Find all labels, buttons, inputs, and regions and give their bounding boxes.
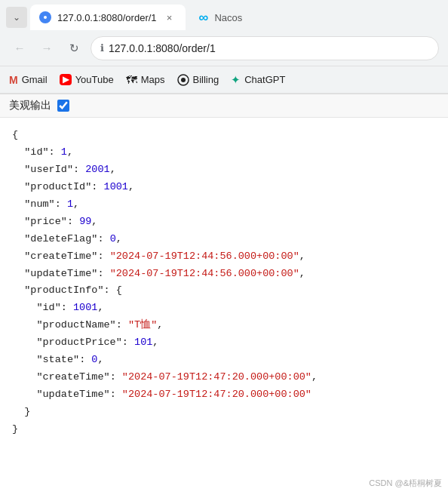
json-line: "id": 1, bbox=[12, 144, 436, 161]
json-line: "id": 1001, bbox=[12, 300, 436, 317]
chevron-down-icon: ⌄ bbox=[13, 12, 20, 23]
json-key: "userId" bbox=[24, 164, 73, 175]
json-sep: : bbox=[97, 251, 109, 262]
json-key: "num" bbox=[24, 198, 55, 210]
tab-favicon bbox=[39, 11, 51, 23]
nacos-icon: ∞ bbox=[199, 10, 209, 26]
tab-bar: ⌄ 127.0.0.1:8080/order/1 × ∞ Nacos bbox=[0, 0, 448, 30]
json-line: "state": 0, bbox=[12, 352, 436, 369]
json-value-number: 1 bbox=[61, 146, 67, 158]
browser-chrome: ⌄ 127.0.0.1:8080/order/1 × ∞ Nacos ← → ↻… bbox=[0, 0, 448, 94]
bookmark-youtube-label: YouTube bbox=[75, 74, 114, 85]
json-line: "createTime": "2024-07-19T12:44:56.000+0… bbox=[12, 248, 436, 266]
bookmark-maps[interactable]: 🗺 Maps bbox=[126, 73, 165, 86]
json-value-string: "2024-07-19T12:44:56.000+00:00" bbox=[110, 268, 299, 279]
json-comma: , bbox=[91, 216, 97, 227]
svg-point-1 bbox=[44, 16, 47, 19]
json-comma: , bbox=[157, 319, 163, 331]
beauty-output-checkbox[interactable] bbox=[57, 100, 69, 112]
json-sep: : bbox=[122, 337, 134, 348]
json-key: "productInfo" bbox=[24, 284, 103, 296]
json-comma: , bbox=[128, 181, 134, 192]
json-line: "deleteFlag": 0, bbox=[12, 231, 436, 248]
json-key: "productName" bbox=[36, 319, 115, 331]
json-comma: , bbox=[97, 302, 103, 313]
content-area: 美观输出 { "id": 1, "userId": 2001, "product… bbox=[0, 94, 448, 447]
json-display: { "id": 1, "userId": 2001, "productId": … bbox=[0, 118, 448, 447]
json-sep: : bbox=[104, 284, 116, 296]
json-sep: : bbox=[55, 198, 67, 210]
json-comma: , bbox=[299, 251, 305, 262]
beauty-output-label: 美观输出 bbox=[9, 99, 51, 112]
json-comma: , bbox=[67, 146, 73, 158]
gmail-icon: M bbox=[9, 74, 18, 86]
json-key: "id" bbox=[36, 302, 60, 313]
json-key: "createTime" bbox=[24, 251, 97, 262]
bookmark-billing[interactable]: Billing bbox=[177, 74, 219, 86]
json-line: "updateTime": "2024-07-19T12:44:56.000+0… bbox=[12, 266, 436, 283]
json-key: "updateTime" bbox=[36, 389, 109, 400]
json-line: "price": 99, bbox=[12, 214, 436, 231]
json-sep: : bbox=[67, 216, 79, 227]
json-comma: , bbox=[299, 268, 305, 279]
json-line: } bbox=[12, 404, 436, 421]
json-key: "deleteFlag" bbox=[24, 233, 97, 244]
json-comma: , bbox=[311, 371, 318, 383]
inactive-tab-nacos[interactable]: ∞ Nacos bbox=[189, 5, 253, 30]
github-billing-icon bbox=[177, 74, 189, 86]
json-value-number: 1001 bbox=[104, 181, 128, 192]
json-sep: : bbox=[97, 268, 109, 279]
json-value-string: "2024-07-19T12:47:20.000+00:00" bbox=[122, 371, 311, 383]
forward-button[interactable]: → bbox=[36, 38, 57, 59]
json-key: "state" bbox=[36, 354, 79, 365]
json-line: "createTime": "2024-07-19T12:47:20.000+0… bbox=[12, 369, 436, 386]
json-line: "productInfo": { bbox=[12, 282, 436, 300]
maps-icon: 🗺 bbox=[126, 73, 137, 86]
json-sep: : bbox=[79, 354, 91, 365]
bookmark-gmail[interactable]: M Gmail bbox=[9, 74, 48, 86]
json-line: "num": 1, bbox=[12, 196, 436, 214]
json-value-number: 1001 bbox=[73, 302, 97, 313]
json-line: "productPrice": 101, bbox=[12, 334, 436, 352]
json-key: "productId" bbox=[24, 181, 91, 192]
json-line: } bbox=[12, 421, 436, 438]
inactive-tab-title: Nacos bbox=[214, 12, 242, 23]
json-sep: : bbox=[91, 181, 103, 192]
bookmark-maps-label: Maps bbox=[141, 74, 165, 85]
beauty-output-bar: 美观输出 bbox=[0, 94, 448, 118]
bookmark-youtube[interactable]: ▶ YouTube bbox=[60, 74, 114, 85]
json-key: "productPrice" bbox=[36, 337, 121, 348]
json-value-number: 1 bbox=[67, 198, 73, 210]
json-key: "updateTime" bbox=[24, 268, 97, 279]
bookmark-billing-label: Billing bbox=[193, 74, 219, 85]
json-value-string: "T恤" bbox=[128, 319, 157, 331]
json-comma: , bbox=[110, 164, 116, 175]
tab-close-button[interactable]: × bbox=[163, 11, 176, 24]
json-value-number: 0 bbox=[110, 233, 116, 244]
json-key: "id" bbox=[24, 146, 48, 158]
json-value-brace: { bbox=[116, 284, 122, 296]
json-sep: : bbox=[49, 146, 61, 158]
active-tab-title: 127.0.0.1:8080/order/1 bbox=[57, 12, 157, 23]
json-sep: : bbox=[61, 302, 73, 313]
back-button[interactable]: ← bbox=[9, 38, 30, 59]
bookmark-chatgpt-label: ChatGPT bbox=[244, 74, 285, 85]
json-sep: : bbox=[97, 233, 109, 244]
json-value-string: "2024-07-19T12:44:56.000+00:00" bbox=[110, 251, 299, 262]
json-line: "productName": "T恤", bbox=[12, 317, 436, 334]
youtube-icon: ▶ bbox=[60, 74, 72, 85]
active-tab[interactable]: 127.0.0.1:8080/order/1 × bbox=[30, 5, 186, 30]
json-line: { bbox=[12, 127, 436, 144]
reload-button[interactable]: ↻ bbox=[63, 38, 84, 59]
json-sep: : bbox=[110, 371, 122, 383]
address-bar[interactable]: ℹ 127.0.0.1:8080/order/1 bbox=[91, 36, 439, 60]
bookmark-chatgpt[interactable]: ✦ ChatGPT bbox=[231, 73, 285, 87]
lock-icon: ℹ bbox=[100, 42, 104, 54]
json-value-number: 101 bbox=[134, 337, 152, 348]
json-value-string: "2024-07-19T12:47:20.000+00:00" bbox=[122, 389, 311, 400]
tab-expand-button[interactable]: ⌄ bbox=[6, 7, 27, 28]
bookmark-gmail-label: Gmail bbox=[22, 74, 48, 85]
json-key: "price" bbox=[24, 216, 67, 227]
json-comma: , bbox=[152, 337, 158, 348]
chatgpt-icon: ✦ bbox=[231, 73, 241, 87]
